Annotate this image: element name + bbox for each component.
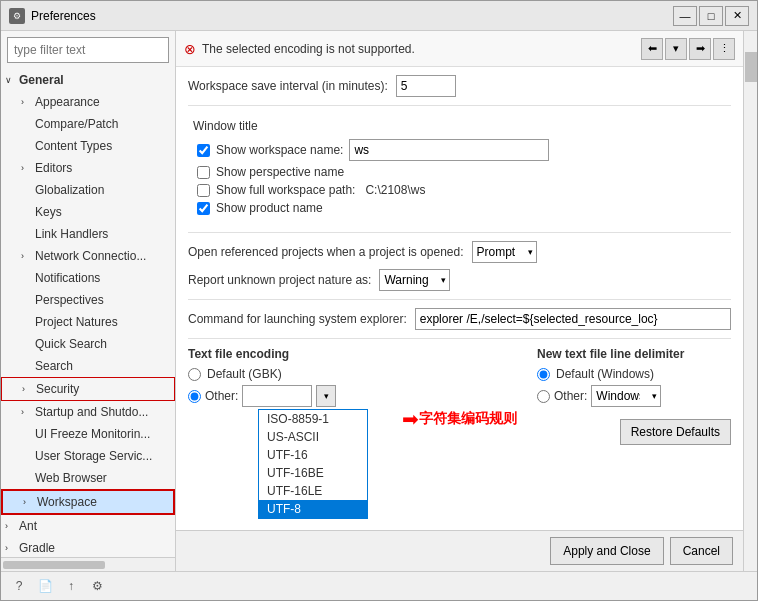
- bottom-bar: ? 📄 ↑ ⚙: [1, 571, 757, 600]
- other-label: Other:: [205, 389, 238, 403]
- help-icon[interactable]: ?: [9, 576, 29, 596]
- sidebar-item-user-storage[interactable]: User Storage Servic...: [1, 445, 175, 467]
- report-unknown-select[interactable]: Warning Error Ignore: [379, 269, 450, 291]
- show-perspective-name-checkbox[interactable]: [197, 166, 210, 179]
- gradle-label: Gradle: [19, 539, 55, 557]
- sidebar-scrollbar[interactable]: [1, 557, 175, 571]
- command-input[interactable]: [415, 308, 731, 330]
- sidebar-item-network[interactable]: › Network Connectio...: [1, 245, 175, 267]
- encoding-option-utf16[interactable]: UTF-16: [259, 446, 367, 464]
- other-newline-radio[interactable]: [537, 390, 550, 403]
- sidebar-item-link-handlers[interactable]: Link Handlers: [1, 223, 175, 245]
- sidebar-item-keys[interactable]: Keys: [1, 201, 175, 223]
- sidebar-item-ui-freeze[interactable]: UI Freeze Monitorin...: [1, 423, 175, 445]
- sidebar-item-appearance[interactable]: › Appearance: [1, 91, 175, 113]
- cancel-button[interactable]: Cancel: [670, 537, 733, 565]
- search-label: Search: [35, 357, 73, 375]
- forward-arrow-button[interactable]: ➡: [689, 38, 711, 60]
- sidebar-item-project-natures[interactable]: Project Natures: [1, 311, 175, 333]
- restore-defaults-button[interactable]: Restore Defaults: [620, 419, 731, 445]
- workspace-name-input[interactable]: [349, 139, 549, 161]
- open-ref-select[interactable]: Prompt Always Never: [472, 241, 537, 263]
- title-bar: ⚙ Preferences — □ ✕: [1, 1, 757, 31]
- network-arrow: ›: [21, 247, 33, 265]
- show-perspective-name-row: Show perspective name: [193, 165, 730, 179]
- encoding-dropdown-list: ISO-8859-1 US-ASCII UTF-16 UTF-16BE UTF-…: [258, 409, 368, 519]
- newline-title: New text file line delimiter: [537, 347, 731, 361]
- content-types-label: Content Types: [35, 137, 112, 155]
- minimize-button[interactable]: —: [673, 6, 697, 26]
- default-encoding-radio[interactable]: [188, 368, 201, 381]
- ant-arrow: ›: [5, 517, 17, 535]
- web-browser-label: Web Browser: [35, 469, 107, 487]
- sidebar: ∨ General › Appearance Compare/Patch Con…: [1, 31, 176, 571]
- maximize-button[interactable]: □: [699, 6, 723, 26]
- show-workspace-name-checkbox[interactable]: [197, 144, 210, 157]
- command-label: Command for launching system explorer:: [188, 312, 407, 326]
- show-product-name-checkbox[interactable]: [197, 202, 210, 215]
- encoding-option-utf16be[interactable]: UTF-16BE: [259, 464, 367, 482]
- sidebar-item-gradle[interactable]: › Gradle: [1, 537, 175, 557]
- sidebar-item-content-types[interactable]: Content Types: [1, 135, 175, 157]
- other-encoding-row: Other: ▾: [188, 385, 382, 407]
- export-icon[interactable]: 📄: [35, 576, 55, 596]
- right-panel: ⊗ The selected encoding is not supported…: [176, 31, 743, 571]
- workspace-path-text: C:\2108\ws: [365, 183, 425, 197]
- report-unknown-label: Report unknown project nature as:: [188, 273, 371, 287]
- encoding-option-ascii[interactable]: US-ASCII: [259, 428, 367, 446]
- header-arrows: ⬅ ▾ ➡ ⋮: [641, 38, 735, 60]
- encoding-option-iso[interactable]: ISO-8859-1: [259, 410, 367, 428]
- sidebar-item-quick-search[interactable]: Quick Search: [1, 333, 175, 355]
- menu-button[interactable]: ⋮: [713, 38, 735, 60]
- sidebar-item-ant[interactable]: › Ant: [1, 515, 175, 537]
- general-arrow: ∨: [5, 71, 17, 89]
- gradle-arrow: ›: [5, 539, 17, 557]
- startup-label: Startup and Shutdo...: [35, 403, 148, 421]
- title-bar-left: ⚙ Preferences: [9, 8, 96, 24]
- settings-icon[interactable]: ⚙: [87, 576, 107, 596]
- window-title-section: Window title Show workspace name: Show p…: [188, 114, 731, 224]
- newline-dropdown-wrapper: Windows Unix Mac ▾: [591, 385, 661, 407]
- sidebar-item-notifications[interactable]: Notifications: [1, 267, 175, 289]
- sidebar-item-general[interactable]: ∨ General: [1, 69, 175, 91]
- sidebar-item-web-browser[interactable]: Web Browser: [1, 467, 175, 489]
- other-encoding-input[interactable]: [242, 385, 312, 407]
- back-arrow-button[interactable]: ⬅: [641, 38, 663, 60]
- import-icon[interactable]: ↑: [61, 576, 81, 596]
- startup-arrow: ›: [21, 403, 33, 421]
- encoding-dropdown-btn[interactable]: ▾: [316, 385, 336, 407]
- other-encoding-radio[interactable]: [188, 390, 201, 403]
- default-newline-radio[interactable]: [537, 368, 550, 381]
- newline-select[interactable]: Windows Unix Mac: [591, 385, 661, 407]
- scroll-thumb: [745, 52, 757, 82]
- workspace-save-row: Workspace save interval (in minutes):: [188, 75, 731, 97]
- dropdown-arrow-button[interactable]: ▾: [665, 38, 687, 60]
- quick-search-label: Quick Search: [35, 335, 107, 353]
- workspace-arrow: ›: [23, 493, 35, 511]
- apply-close-button[interactable]: Apply and Close: [550, 537, 663, 565]
- bottom-icons: ? 📄 ↑ ⚙: [9, 576, 107, 596]
- sidebar-item-search[interactable]: Search: [1, 355, 175, 377]
- filter-input[interactable]: [7, 37, 169, 63]
- annotation-container: ➡ 字符集编码规则: [402, 347, 517, 431]
- sidebar-item-workspace[interactable]: › Workspace: [1, 489, 175, 515]
- sidebar-item-editors[interactable]: › Editors: [1, 157, 175, 179]
- sidebar-item-startup[interactable]: › Startup and Shutdo...: [1, 401, 175, 423]
- encoding-option-utf16le[interactable]: UTF-16LE: [259, 482, 367, 500]
- workspace-save-input[interactable]: [396, 75, 456, 97]
- sidebar-item-perspectives[interactable]: Perspectives: [1, 289, 175, 311]
- scroll-indicator[interactable]: [743, 31, 757, 571]
- show-full-workspace-checkbox[interactable]: [197, 184, 210, 197]
- editors-label: Editors: [35, 159, 72, 177]
- link-handlers-label: Link Handlers: [35, 225, 108, 243]
- encoding-option-utf8[interactable]: UTF-8: [259, 500, 367, 518]
- close-button[interactable]: ✕: [725, 6, 749, 26]
- project-natures-label: Project Natures: [35, 313, 118, 331]
- sidebar-item-compare-patch[interactable]: Compare/Patch: [1, 113, 175, 135]
- encoding-dropdown: ISO-8859-1 US-ASCII UTF-16 UTF-16BE UTF-…: [258, 409, 382, 519]
- error-icon: ⊗: [184, 41, 196, 57]
- show-product-name-label: Show product name: [216, 201, 323, 215]
- sidebar-item-globalization[interactable]: Globalization: [1, 179, 175, 201]
- sidebar-item-security[interactable]: › Security: [1, 377, 175, 401]
- show-product-name-row: Show product name: [193, 201, 730, 215]
